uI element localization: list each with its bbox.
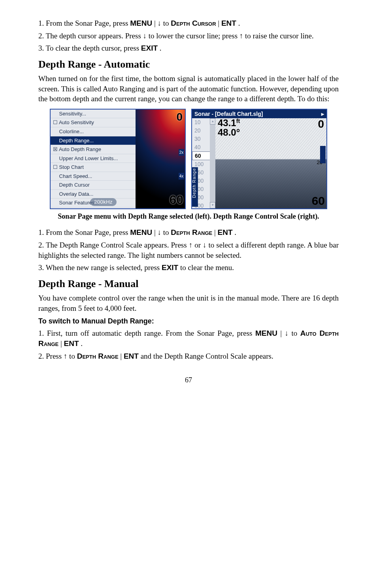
t: 1. First, turn off automatic depth range… bbox=[38, 329, 255, 337]
t: | bbox=[218, 19, 221, 27]
menu-item-label: Colorline... bbox=[58, 129, 84, 134]
key-exit: EXIT bbox=[162, 263, 178, 272]
t: 3. To clear the depth cursor, press bbox=[38, 44, 141, 52]
t: . bbox=[238, 19, 240, 27]
opt-depth-range: Depth Range bbox=[171, 228, 212, 236]
depth-value: 43.1 bbox=[218, 117, 236, 128]
menu-item: ☐ Stop Chart bbox=[51, 163, 136, 172]
window-title: Sonar - [Default Chart.slg] bbox=[194, 110, 263, 118]
step-2b: 2. The Depth Range Control Scale appears… bbox=[38, 240, 339, 260]
t: 1. From the Sonar Page, press bbox=[38, 19, 130, 27]
step-2: 2. The depth cursor appears. Press ↓ to … bbox=[38, 31, 339, 41]
scale-zero: 0 bbox=[318, 117, 324, 132]
step-3: 3. To clear the depth cursor, press EXIT… bbox=[38, 43, 339, 53]
menu-item: ☐ Auto Sensitivity bbox=[51, 118, 136, 127]
step-3b: 3. When the new range is selected, press… bbox=[38, 263, 339, 273]
zoom-chip-2x: 2x bbox=[179, 149, 184, 156]
menu-item: Overlay Data... bbox=[51, 190, 136, 199]
key-ent: ENT bbox=[218, 228, 233, 236]
menu-item-label: Sensitivity... bbox=[58, 111, 86, 117]
step-m1: 1. First, turn off automatic depth range… bbox=[38, 328, 339, 348]
t: and the Depth Range Control Scale appear… bbox=[141, 352, 273, 360]
t: | ↓ to bbox=[154, 19, 171, 27]
menu-item: ☒ Auto Depth Range bbox=[51, 145, 136, 154]
menu-item-label: Stop Chart bbox=[58, 164, 84, 170]
sonar-chart-area: 43.1ft 48.0° 0 20 60 bbox=[215, 118, 326, 208]
t: | ↓ to bbox=[280, 329, 300, 337]
checkbox-icon: ☐ bbox=[53, 164, 58, 171]
zoom-chip-4x: 4x bbox=[179, 173, 184, 180]
t: 2. Press ↑ to bbox=[38, 352, 77, 360]
menu-item-label: Depth Range... bbox=[58, 138, 94, 144]
t: . bbox=[160, 44, 162, 52]
checkbox-icon: ☐ bbox=[53, 119, 58, 126]
page-number: 67 bbox=[38, 375, 339, 385]
key-ent: ENT bbox=[124, 352, 139, 360]
step-m2: 2. Press ↑ to Depth Range | ENT and the … bbox=[38, 351, 339, 361]
key-exit: EXIT bbox=[141, 44, 158, 52]
temp-value: 48.0° bbox=[218, 127, 240, 138]
menu-item: Depth Cursor bbox=[51, 181, 136, 190]
depth-scale-bottom: 60 bbox=[169, 191, 183, 208]
depth-range-label: Depth Range bbox=[191, 167, 198, 207]
subhead-switch-manual: To switch to Manual Depth Range: bbox=[38, 316, 339, 326]
para-auto-desc: When turned on for the first time, the b… bbox=[38, 74, 339, 104]
t: to clear the menu. bbox=[180, 263, 234, 272]
t: 1. From the Sonar Page, press bbox=[38, 228, 130, 236]
menu-item-label: Chart Speed... bbox=[58, 173, 92, 179]
heading-depth-range-auto: Depth Range - Automatic bbox=[38, 57, 339, 71]
figure-caption: Sonar Page menu with Depth Range selecte… bbox=[46, 212, 331, 221]
t: | bbox=[214, 228, 218, 236]
zoom-bar bbox=[320, 146, 326, 163]
depth-range-column: 1020304060100150200300500800Depth Range … bbox=[192, 118, 215, 208]
key-menu: MENU bbox=[255, 329, 277, 337]
t: | bbox=[60, 339, 64, 348]
range-scrollbar: ▴ ▾ bbox=[210, 118, 215, 208]
menu-item: Colorline... bbox=[51, 127, 136, 136]
para-manual-desc: You have complete control over the range… bbox=[38, 293, 339, 313]
figure-row: Sensitivity...☐ Auto Sensitivity Colorli… bbox=[38, 109, 339, 209]
t: . bbox=[81, 339, 83, 348]
screenshot-sonar-menu: Sensitivity...☐ Auto Sensitivity Colorli… bbox=[50, 109, 186, 209]
sonar-menu: Sensitivity...☐ Auto Sensitivity Colorli… bbox=[51, 110, 136, 209]
opt-depth-range: Depth Range bbox=[77, 352, 119, 360]
menu-item-label: Auto Depth Range bbox=[58, 146, 101, 152]
t: 3. When the new range is selected, press bbox=[38, 263, 162, 272]
frequency-pill: 200kHz bbox=[90, 198, 117, 206]
key-ent: ENT bbox=[64, 339, 79, 348]
menu-item-label: Upper And Lower Limits... bbox=[58, 155, 118, 161]
heading-depth-range-manual: Depth Range - Manual bbox=[38, 277, 339, 291]
menu-item: Ping Speed... bbox=[51, 208, 136, 209]
depth-unit: ft bbox=[236, 118, 240, 124]
t: | bbox=[120, 352, 124, 360]
menu-item: Sensitivity... bbox=[51, 110, 136, 119]
right-body: 1020304060100150200300500800Depth Range … bbox=[192, 118, 326, 208]
t: . bbox=[234, 228, 236, 236]
key-ent: ENT bbox=[221, 19, 236, 27]
menu-item-label: Depth Cursor bbox=[58, 182, 90, 188]
window-titlebar: Sonar - [Default Chart.slg] ▸ bbox=[192, 110, 326, 119]
menu-item-label: Overlay Data... bbox=[58, 191, 93, 197]
scroll-down-icon: ▾ bbox=[210, 202, 215, 208]
checkbox-icon: ☒ bbox=[53, 146, 58, 153]
step-1b: 1. From the Sonar Page, press MENU | ↓ t… bbox=[38, 227, 339, 238]
scale-bottom: 60 bbox=[312, 193, 325, 209]
scroll-up-icon: ▴ bbox=[210, 118, 215, 125]
opt-depth-cursor: Depth Cursor bbox=[171, 19, 216, 27]
key-menu: MENU bbox=[130, 19, 152, 27]
menu-item: Upper And Lower Limits... bbox=[51, 154, 136, 163]
menu-item-label: Ping Speed... bbox=[58, 209, 90, 209]
menu-item: Chart Speed... bbox=[51, 172, 136, 181]
step-1: 1. From the Sonar Page, press MENU | ↓ t… bbox=[38, 18, 339, 28]
depth-readout: 43.1ft 48.0° bbox=[218, 118, 240, 137]
menu-item-label: Auto Sensitivity bbox=[58, 119, 94, 125]
key-menu: MENU bbox=[130, 228, 152, 236]
t: | ↓ to bbox=[154, 228, 171, 236]
depth-scale-zero: 0 bbox=[176, 110, 183, 125]
menu-item: Depth Range... bbox=[51, 136, 136, 146]
screenshot-depth-range-scale: Sonar - [Default Chart.slg] ▸ 1020304060… bbox=[191, 109, 327, 209]
